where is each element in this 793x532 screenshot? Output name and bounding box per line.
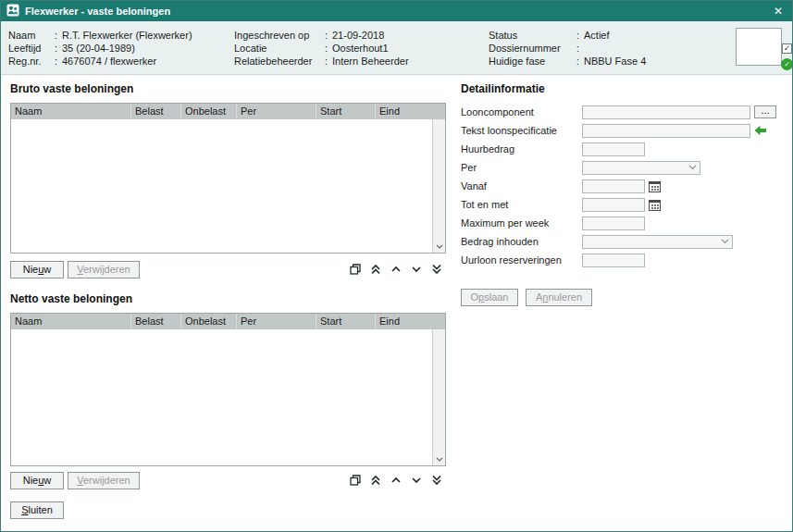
annuleren-button[interactable]: Annuleren xyxy=(526,289,592,306)
leeftijd-value: 35 (20-04-1989) xyxy=(62,43,135,54)
sluiten-button[interactable]: Sluiten xyxy=(10,501,64,519)
bruto-nieuw-button[interactable]: Nieuw xyxy=(10,261,64,278)
chevron-up-icon xyxy=(390,474,403,487)
copy-from-looncomponent-button[interactable] xyxy=(754,125,767,136)
bruto-move-bottom-button[interactable] xyxy=(429,262,444,277)
tot-en-met-calendar-button[interactable] xyxy=(649,199,661,211)
huurbedrag-label: Huurbedrag xyxy=(461,143,582,155)
column-header-eind: Eind xyxy=(376,314,445,329)
bruto-scrollbar[interactable] xyxy=(432,119,445,253)
looncomponent-row: Looncomponent ... xyxy=(461,103,787,121)
maximum-per-week-label: Maximum per week xyxy=(461,217,582,229)
netto-nieuw-button[interactable]: Nieuw xyxy=(10,472,64,489)
netto-move-up-button[interactable] xyxy=(389,473,403,488)
app-icon xyxy=(6,4,19,19)
bruto-verwijderen-button[interactable]: Verwijderen xyxy=(68,261,140,278)
scroll-down-button[interactable] xyxy=(433,240,445,253)
chevron-up-icon xyxy=(390,263,403,276)
bruto-move-top-button[interactable] xyxy=(368,262,383,277)
double-chevron-down-icon xyxy=(430,263,443,276)
naam-value: R.T. Flexwerker (Flexwerker) xyxy=(62,30,192,41)
separator: : xyxy=(325,55,332,68)
regnr-value: 4676074 / flexwerker xyxy=(62,56,156,67)
per-select[interactable] xyxy=(582,161,700,175)
chevron-down-icon xyxy=(721,239,729,244)
opslaan-button[interactable]: Opslaan xyxy=(461,289,518,306)
dialog-window: Flexwerker - vaste beloningen ✕ Naam:R.T… xyxy=(0,0,793,532)
info-column-2: Ingeschreven op:21-09-2018 Locatie:Ooste… xyxy=(234,29,409,68)
looncomponent-input[interactable] xyxy=(582,105,750,119)
netto-move-bottom-button[interactable] xyxy=(429,473,444,488)
column-header-belast: Belast xyxy=(131,314,181,329)
netto-table-body xyxy=(11,329,432,465)
netto-move-top-button[interactable] xyxy=(368,473,383,488)
info-column-3: Status:Actief Dossiernummer: Huidige fas… xyxy=(489,29,646,68)
huurbedrag-input[interactable] xyxy=(582,142,645,156)
double-chevron-down-icon xyxy=(430,474,443,487)
detail-button-row: Opslaan Annuleren xyxy=(461,289,592,306)
netto-copy-button[interactable] xyxy=(348,473,363,488)
ingeschreven-op-label: Ingeschreven op xyxy=(234,29,325,42)
bruto-move-down-button[interactable] xyxy=(409,262,424,277)
bedrag-inhouden-select[interactable] xyxy=(582,235,733,249)
column-header-per: Per xyxy=(237,104,316,119)
naam-label: Naam xyxy=(8,29,55,42)
window-title: Flexwerker - vaste beloningen xyxy=(25,6,764,17)
relatiebeheerder-label: Relatiebeheerder xyxy=(234,55,325,68)
huidige-fase-value: NBBU Fase 4 xyxy=(584,56,646,67)
column-header-onbelast: Onbelast xyxy=(181,104,237,119)
bruto-button-row: Nieuw Verwijderen xyxy=(10,261,140,278)
locatie-label: Locatie xyxy=(234,42,325,55)
bruto-copy-button[interactable] xyxy=(348,262,363,277)
netto-verwijderen-button[interactable]: Verwijderen xyxy=(68,472,140,489)
column-header-eind: Eind xyxy=(376,104,445,119)
bedrag-inhouden-label: Bedrag inhouden xyxy=(461,236,582,247)
bruto-move-up-button[interactable] xyxy=(389,262,403,277)
vanaf-calendar-button[interactable] xyxy=(649,180,661,192)
double-chevron-up-icon xyxy=(369,474,382,487)
chevron-down-icon xyxy=(688,165,697,170)
check-icon: ✓ xyxy=(784,61,790,68)
bruto-table-body xyxy=(11,119,432,253)
double-chevron-up-icon xyxy=(369,263,382,276)
column-header-start: Start xyxy=(316,104,376,119)
check-icon: ✓ xyxy=(784,44,791,53)
tekst-loonspecificatie-input[interactable] xyxy=(582,124,750,138)
uurloon-reserveringen-input[interactable] xyxy=(582,254,645,267)
regnr-label: Reg.nr. xyxy=(8,55,55,68)
tekst-loonspecificatie-label: Tekst loonspecificatie xyxy=(461,125,582,136)
looncomponent-browse-button[interactable]: ... xyxy=(754,105,776,118)
status-ok-icon: ✓ xyxy=(781,58,793,70)
column-header-onbelast: Onbelast xyxy=(181,314,237,329)
maximum-per-week-row: Maximum per week xyxy=(461,214,787,232)
separator: : xyxy=(55,29,62,42)
dossiernummer-label: Dossiernummer xyxy=(489,42,576,55)
chevron-down-icon xyxy=(410,263,423,276)
flag-checkbox[interactable]: ✓ xyxy=(782,43,792,54)
calendar-icon xyxy=(649,199,661,211)
chevron-down-icon xyxy=(436,244,443,249)
scroll-down-button[interactable] xyxy=(433,452,445,465)
separator: : xyxy=(55,42,62,55)
bruto-table-header: Naam Belast Onbelast Per Start Eind xyxy=(11,104,445,119)
close-button[interactable]: ✕ xyxy=(770,5,787,18)
header-info-panel: Naam:R.T. Flexwerker (Flexwerker) Leefti… xyxy=(1,21,792,75)
bruto-table: Naam Belast Onbelast Per Start Eind xyxy=(10,103,446,254)
detail-section-title: Detailinformatie xyxy=(461,82,545,95)
chevron-down-icon xyxy=(410,474,423,487)
tot-en-met-input[interactable] xyxy=(582,198,645,212)
photo-placeholder xyxy=(736,28,782,66)
netto-move-down-button[interactable] xyxy=(409,473,424,488)
bedrag-inhouden-row: Bedrag inhouden xyxy=(461,232,787,251)
netto-section-title: Netto vaste beloningen xyxy=(10,292,132,305)
vanaf-label: Vanaf xyxy=(461,180,582,192)
vanaf-input[interactable] xyxy=(582,179,645,193)
netto-scrollbar[interactable] xyxy=(432,329,445,465)
separator: : xyxy=(576,55,584,68)
arrow-left-icon xyxy=(754,125,767,136)
column-header-naam: Naam xyxy=(11,314,131,329)
titlebar: Flexwerker - vaste beloningen ✕ xyxy=(1,1,792,21)
tot-en-met-row: Tot en met xyxy=(461,195,787,214)
bruto-reorder-toolbar xyxy=(348,262,444,277)
maximum-per-week-input[interactable] xyxy=(582,217,645,230)
